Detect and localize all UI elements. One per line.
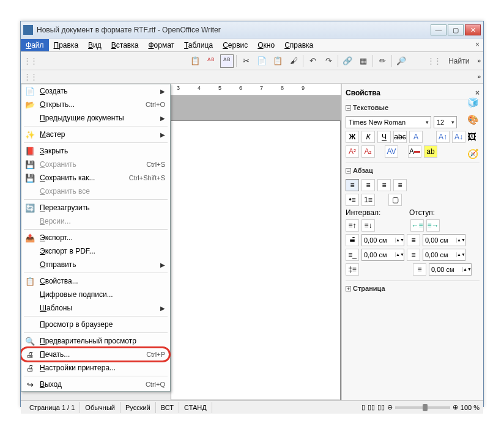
cut-icon[interactable]: ✂: [239, 54, 253, 68]
status-style[interactable]: Обычный: [80, 402, 120, 413]
align-right-icon[interactable]: ≡: [377, 179, 391, 191]
numbering-icon[interactable]: 1≡: [361, 194, 375, 206]
zoom-slider[interactable]: [395, 406, 450, 409]
menu-сервис[interactable]: Сервис: [218, 39, 253, 51]
menu-item-открыть[interactable]: 📂Открыть...Ctrl+O: [21, 98, 170, 111]
paste-icon[interactable]: 📋: [188, 54, 202, 68]
dec-spacing-icon[interactable]: ≡↓: [361, 219, 375, 232]
toolbar-overflow-icon[interactable]: »: [477, 57, 481, 64]
panel-close-icon[interactable]: ×: [475, 89, 480, 97]
status-selmode[interactable]: СТАНД: [179, 402, 212, 413]
font-name-combo[interactable]: Times New Roman: [346, 116, 431, 128]
collapse-icon[interactable]: −: [346, 168, 351, 174]
navigator-tab-icon[interactable]: 🧭: [467, 148, 480, 161]
space-above-icon[interactable]: ≡̄: [346, 234, 359, 246]
indent-left-spin[interactable]: ▲▼: [423, 234, 465, 246]
menu-item-экспортвpdf[interactable]: Экспорт в PDF...: [21, 244, 170, 258]
align-justify-icon[interactable]: ≡: [393, 179, 407, 191]
menu-item-цифровыеподписи[interactable]: Цифровые подписи...: [21, 288, 170, 301]
shadow-icon[interactable]: A: [409, 131, 423, 143]
first-line-icon[interactable]: ≡: [413, 263, 426, 276]
menu-item-настройкипринтера[interactable]: 🖨Настройки принтера...: [21, 361, 170, 375]
underline-icon[interactable]: Ч: [377, 131, 391, 143]
redo-icon[interactable]: ↷: [322, 54, 335, 68]
bullets-icon[interactable]: •≡: [346, 194, 359, 206]
menu-item-шаблоны[interactable]: Шаблоны▶: [21, 301, 170, 315]
toolbar-grip[interactable]: ⋮⋮: [427, 56, 440, 65]
status-insert[interactable]: ВСТ: [156, 402, 179, 413]
align-left-icon[interactable]: ≡: [346, 179, 359, 191]
toolbar-grip[interactable]: ⋮⋮: [23, 56, 37, 65]
font-color-icon[interactable]: A: [408, 145, 421, 158]
collapse-icon[interactable]: −: [346, 105, 351, 111]
menu-item-мастер[interactable]: ✨Мастер▶: [21, 128, 170, 141]
strike-icon[interactable]: abc: [393, 131, 407, 143]
space-above-spin[interactable]: ▲▼: [361, 234, 404, 246]
zoom-in-icon[interactable]: ⊕: [453, 403, 458, 411]
menu-item-отправить[interactable]: Отправить▶: [21, 258, 170, 271]
space-below-icon[interactable]: ≡_: [346, 249, 359, 261]
menu-item-закрыть[interactable]: 📕Закрыть: [21, 144, 170, 158]
menu-item-перезагрузить[interactable]: 🔄Перезагрузить: [21, 201, 170, 214]
copy-icon[interactable]: 📄: [255, 54, 269, 68]
spellcheck-icon[interactable]: ᴬᴮ: [204, 54, 218, 68]
menu-правка[interactable]: Правка: [49, 39, 84, 51]
gallery-tab-icon[interactable]: 🖼: [467, 131, 480, 144]
table-icon[interactable]: ▦: [357, 54, 370, 68]
inc-indent-icon[interactable]: ≡→: [426, 219, 440, 232]
dec-indent-icon[interactable]: ←≡: [410, 219, 424, 232]
undo-icon[interactable]: ↶: [306, 54, 319, 68]
find-button[interactable]: Найти: [444, 54, 473, 68]
menu-вид[interactable]: Вид: [83, 39, 106, 51]
menu-справка[interactable]: Справка: [280, 39, 318, 51]
view-single-icon[interactable]: ▯: [361, 403, 365, 411]
sub-icon[interactable]: A₂: [361, 145, 375, 158]
menu-окно[interactable]: Окно: [253, 39, 280, 51]
close-button[interactable]: ✕: [465, 24, 481, 35]
view-multi-icon[interactable]: ▯▯: [368, 403, 375, 411]
menu-item-выход[interactable]: ↪ВыходCtrl+Q: [21, 378, 170, 391]
draw-icon[interactable]: ✏: [376, 54, 389, 68]
menu-item-экспорт[interactable]: 📤Экспорт...: [21, 231, 170, 244]
menu-item-создать[interactable]: 📄Создать▶: [21, 84, 170, 98]
toolbar-grip[interactable]: ⋮⋮: [23, 72, 37, 81]
indent-left-icon[interactable]: ≡: [407, 234, 420, 246]
toolbar-overflow-icon[interactable]: »: [477, 73, 481, 80]
menu-item-печать[interactable]: 🖨Печать...Ctrl+P: [21, 348, 170, 361]
indent-right-spin[interactable]: ▲▼: [423, 249, 465, 261]
space-below-spin[interactable]: ▲▼: [361, 249, 404, 261]
font-size-combo[interactable]: 12: [434, 116, 457, 128]
menu-файл[interactable]: Файл: [21, 39, 49, 51]
italic-icon[interactable]: К: [361, 131, 375, 143]
super-icon[interactable]: A²: [346, 145, 359, 158]
view-book-icon[interactable]: ▯▯: [377, 403, 385, 411]
line-spacing-icon[interactable]: ‡≡: [346, 263, 359, 276]
menu-таблица[interactable]: Таблица: [179, 39, 218, 51]
status-lang[interactable]: Русский: [120, 402, 156, 413]
titlebar[interactable]: Новый документ в формате RTF.rtf - OpenO…: [21, 21, 483, 38]
expand-icon[interactable]: +: [346, 286, 351, 291]
menu-item-предварительныйпросмотр[interactable]: 🔍Предварительный просмотр: [21, 334, 170, 348]
bgcolor-icon[interactable]: ▢: [388, 194, 402, 206]
zoom-value[interactable]: 100 %: [461, 404, 480, 411]
link-icon[interactable]: 🔗: [341, 54, 354, 68]
close-document-icon[interactable]: ×: [475, 40, 480, 49]
horizontal-ruler[interactable]: 3456789: [171, 84, 341, 96]
menu-item-просмотрвбраузере[interactable]: Просмотр в браузере: [21, 318, 170, 331]
align-center-icon[interactable]: ≡: [361, 179, 375, 191]
increase-font-icon[interactable]: A↑: [436, 131, 450, 143]
brush-icon[interactable]: 🖌: [287, 54, 300, 68]
zoom-out-icon[interactable]: ⊖: [387, 403, 393, 411]
paste2-icon[interactable]: 📋: [271, 54, 284, 68]
menu-item-сохранитькак[interactable]: 💾Сохранить как...Ctrl+Shift+S: [21, 171, 170, 185]
spacing-icon[interactable]: AV: [385, 145, 398, 158]
properties-tab-icon[interactable]: 🧊: [467, 97, 480, 109]
styles-tab-icon[interactable]: 🎨: [467, 114, 480, 126]
menu-item-свойства[interactable]: 📋Свойства...: [21, 274, 170, 288]
indent-right-icon[interactable]: ≡: [407, 249, 420, 261]
menu-формат[interactable]: Формат: [143, 39, 179, 51]
bold-icon[interactable]: Ж: [346, 131, 359, 143]
status-page[interactable]: Страница 1 / 1: [24, 402, 80, 413]
menu-вставка[interactable]: Вставка: [106, 39, 144, 51]
find-icon[interactable]: 🔎: [395, 54, 408, 68]
